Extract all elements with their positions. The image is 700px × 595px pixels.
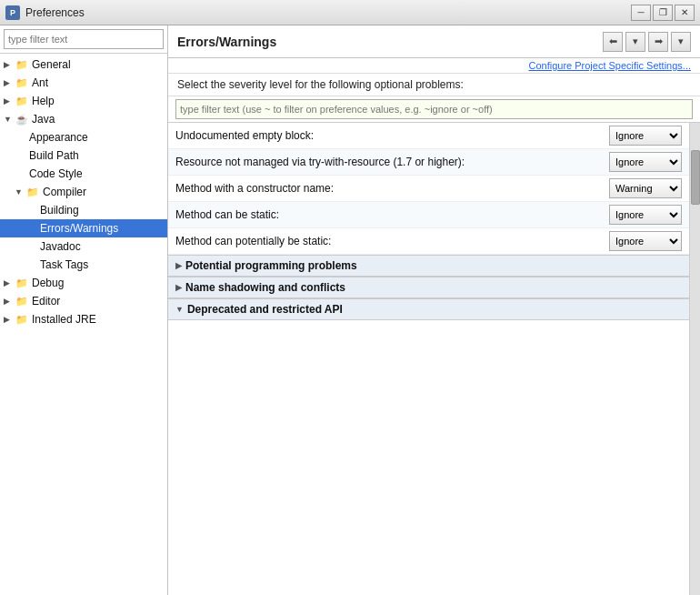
- sidebar-item-errorswarnings[interactable]: Errors/Warnings: [0, 219, 167, 237]
- sidebar-label-general: General: [32, 58, 71, 71]
- tree-icon-editor: 📁: [15, 294, 29, 308]
- row-select[interactable]: IgnoreWarningError: [609, 205, 682, 225]
- sidebar-label-errorswarnings: Errors/Warnings: [40, 222, 118, 235]
- tree-icon-general: 📁: [15, 57, 29, 72]
- filter-input[interactable]: [175, 99, 693, 119]
- tree-icon-java: ☕: [15, 112, 29, 126]
- sidebar-item-editor[interactable]: 📁Editor: [0, 292, 167, 310]
- tree-icon-help: 📁: [15, 94, 29, 108]
- warnings-table: Undocumented empty block:IgnoreWarningEr…: [168, 123, 689, 595]
- row-label: Undocumented empty block:: [175, 129, 609, 142]
- sidebar-item-debug[interactable]: 📁Debug: [0, 274, 167, 292]
- right-header: Errors/Warnings ⬅ ▾ ➡ ▾: [168, 25, 700, 58]
- main-container: 📁General📁Ant📁Help☕Java Appearance Build …: [0, 25, 700, 595]
- sidebar-item-help[interactable]: 📁Help: [0, 92, 167, 110]
- close-button[interactable]: ✕: [675, 5, 695, 21]
- tree-arrow-installedjre: [4, 315, 15, 324]
- sidebar-label-building: Building: [40, 204, 79, 217]
- sidebar-label-javadoc: Javadoc: [40, 240, 81, 253]
- sidebar-label-appearance: Appearance: [29, 131, 88, 144]
- sidebar-label-help: Help: [32, 95, 55, 107]
- scrollbar[interactable]: [689, 123, 700, 595]
- section-label: Name shadowing and conflicts: [185, 281, 345, 294]
- filter-input-area: [168, 96, 700, 123]
- nav-back-button[interactable]: ⬅: [603, 32, 623, 52]
- sidebar-label-tasktags: Task Tags: [40, 258, 88, 271]
- sidebar-item-codestyle[interactable]: Code Style: [0, 165, 167, 183]
- panel-title: Errors/Warnings: [177, 35, 276, 49]
- sidebar-item-general[interactable]: 📁General: [0, 55, 167, 74]
- tree-arrow-ant: [4, 78, 15, 87]
- table-row: Method can be static:IgnoreWarningError: [168, 202, 689, 228]
- app-icon: P: [5, 5, 20, 20]
- row-label: Method can be static:: [175, 208, 609, 221]
- scrollbar-thumb[interactable]: [691, 150, 700, 205]
- window-controls: ─ ❐ ✕: [631, 5, 695, 21]
- tree-arrow-help: [4, 96, 15, 106]
- sidebar-label-ant: Ant: [32, 76, 48, 89]
- row-label: Method with a constructor name:: [175, 182, 609, 195]
- tree-icon-installedjre: 📁: [15, 312, 29, 327]
- sidebar-label-buildpath: Build Path: [29, 149, 79, 162]
- select-label: Select the severity level for the follow…: [168, 74, 700, 96]
- sidebar-label-java: Java: [32, 113, 55, 126]
- tree-arrow-compiler: [15, 187, 25, 197]
- sidebar-item-appearance[interactable]: Appearance: [0, 128, 167, 146]
- window-title: Preferences: [25, 6, 625, 19]
- sidebar-label-installedjre: Installed JRE: [32, 313, 96, 326]
- sidebar-item-java[interactable]: ☕Java: [0, 110, 167, 128]
- section-header[interactable]: Name shadowing and conflicts: [168, 277, 689, 298]
- right-panel: Errors/Warnings ⬅ ▾ ➡ ▾ Configure Projec…: [168, 25, 700, 595]
- tree-arrow-debug: [4, 278, 15, 287]
- sidebar-label-codestyle: Code Style: [29, 167, 83, 180]
- row-select[interactable]: IgnoreWarningError: [609, 152, 682, 172]
- section-header[interactable]: Deprecated and restricted API: [168, 298, 689, 320]
- tree-arrow-building: [25, 206, 36, 215]
- sidebar-item-compiler[interactable]: 📁Compiler: [0, 183, 167, 201]
- minimize-button[interactable]: ─: [631, 5, 651, 21]
- sidebar-label-editor: Editor: [32, 295, 60, 308]
- tree-arrow-buildpath: [15, 151, 25, 160]
- sidebar-item-buildpath[interactable]: Build Path: [0, 146, 167, 165]
- section-arrow: [175, 261, 182, 270]
- sidebar-item-building[interactable]: Building: [0, 201, 167, 219]
- nav-forward-dropdown-button[interactable]: ▾: [671, 32, 691, 52]
- sidebar: 📁General📁Ant📁Help☕Java Appearance Build …: [0, 25, 168, 595]
- row-select[interactable]: IgnoreWarningError: [609, 126, 682, 146]
- row-label: Resource not managed via try-with-resour…: [175, 156, 609, 168]
- sidebar-item-ant[interactable]: 📁Ant: [0, 74, 167, 92]
- tree-arrow-appearance: [15, 133, 25, 142]
- tree-arrow-general: [4, 60, 15, 69]
- table-row: Method can potentially be static:IgnoreW…: [168, 228, 689, 255]
- sidebar-label-compiler: Compiler: [43, 186, 86, 198]
- tree-arrow-java: [4, 115, 15, 124]
- section-arrow: [175, 283, 182, 292]
- section-header[interactable]: Potential programming problems: [168, 255, 689, 277]
- tree-arrow-codestyle: [15, 169, 25, 178]
- restore-button[interactable]: ❐: [653, 5, 673, 21]
- row-select[interactable]: IgnoreWarningError: [609, 231, 682, 251]
- configure-link[interactable]: Configure Project Specific Settings...: [168, 58, 700, 74]
- tree-arrow-javadoc: [25, 242, 36, 251]
- sidebar-tree: 📁General📁Ant📁Help☕Java Appearance Build …: [0, 54, 167, 595]
- header-actions: ⬅ ▾ ➡ ▾: [603, 32, 691, 52]
- table-row: Method with a constructor name:IgnoreWar…: [168, 176, 689, 202]
- title-bar: P Preferences ─ ❐ ✕: [0, 0, 700, 25]
- table-row: Undocumented empty block:IgnoreWarningEr…: [168, 123, 689, 149]
- sidebar-filter-input[interactable]: [4, 29, 164, 49]
- tree-icon-debug: 📁: [15, 276, 29, 290]
- sidebar-filter-area: [0, 25, 167, 54]
- section-arrow: [175, 305, 184, 314]
- sidebar-item-javadoc[interactable]: Javadoc: [0, 237, 167, 256]
- sidebar-item-installedjre[interactable]: 📁Installed JRE: [0, 310, 167, 328]
- tree-icon-ant: 📁: [15, 76, 29, 90]
- row-label: Method can potentially be static:: [175, 235, 609, 247]
- row-select[interactable]: IgnoreWarningError: [609, 178, 682, 198]
- nav-forward-button[interactable]: ➡: [648, 32, 668, 52]
- tree-arrow-editor: [4, 297, 15, 306]
- sidebar-label-debug: Debug: [32, 277, 64, 289]
- sidebar-item-tasktags[interactable]: Task Tags: [0, 256, 167, 274]
- nav-dropdown-button[interactable]: ▾: [625, 32, 645, 52]
- section-label: Deprecated and restricted API: [187, 303, 343, 316]
- section-label: Potential programming problems: [185, 259, 357, 272]
